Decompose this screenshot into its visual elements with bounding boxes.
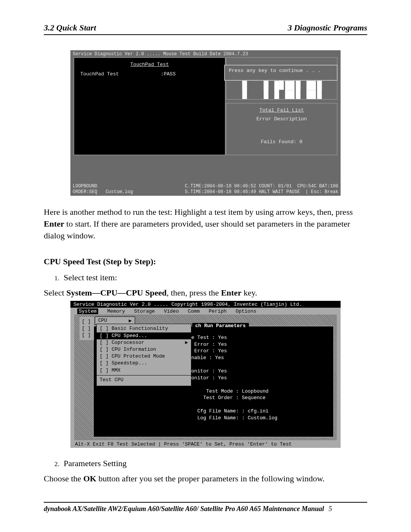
paragraph-1: Here is another method to run the test: … [44, 206, 367, 241]
menu-video: Video [164, 308, 179, 314]
touchpad-panel: TouchPad Test TouchPad Test :PASS [73, 57, 226, 155]
step-1: 1. Select test item: [54, 273, 367, 283]
step2-text: Parameters Setting [64, 459, 127, 468]
menu-memory: Memory [107, 308, 125, 314]
sel-c: , then, press the [167, 288, 221, 297]
s1-titlebar: Service Diagnostic Ver 2.0 ..... Mouse T… [70, 50, 341, 58]
submenu-basic: [ ] Basic Functionality [100, 325, 188, 332]
cpu-menu-screenshot: Service Diagnostic Ver 2.0 ..... Copyrig… [70, 301, 341, 448]
menu-system: System [77, 308, 98, 314]
fail-list-panel: Total Fail List Error Description Fails … [226, 103, 338, 155]
menu-periph: Periph [209, 308, 227, 314]
cpu-speed-heading: CPU Speed Test (Step by Step): [44, 257, 367, 267]
step2-num: 2. [54, 460, 59, 468]
s1-foot-l2-right: S.TIME:2004-08-18 08:46:49 HALT WAIT PAU… [185, 189, 338, 195]
side-checkboxes: [ ] [ ] [ ] [80, 317, 94, 340]
cpu-submenu: [ ] Basic Functionality [ ] CPU Speed...… [96, 324, 191, 386]
closing-paragraph: Choose the OK button after you set the p… [44, 474, 367, 484]
touchpad-title: TouchPad Test [80, 62, 219, 67]
cpu-label: CPU [98, 318, 107, 323]
touchpad-item: TouchPad Test [80, 71, 119, 77]
page-number: 5 [328, 505, 332, 513]
header-left: 3.2 Quick Start [44, 23, 96, 33]
s1-foot-l2-left: ORDER:SEQ Custom.log [73, 189, 133, 195]
continue-popup: Press any key to continue . . . [224, 65, 338, 81]
header-right: 3 Diagnostic Programs [288, 23, 367, 33]
submenu-protected: [ ] CPU Protected Mode [100, 353, 188, 360]
touchpad-status: :PASS [161, 71, 175, 77]
fail-headers: Error Description [231, 116, 332, 122]
p1-a: Here is another method to run the test: … [44, 207, 353, 217]
chevron-right-icon: ▶ [185, 339, 188, 346]
submenu-coprocessor: [ ] Coprocessor▶ [100, 339, 188, 346]
submenu-cpu-info: [ ] CPU Information [100, 346, 188, 353]
s1-status-bar: LOOPBOUND C.TIME:2004-08-18 08:46:52 COU… [73, 182, 338, 196]
closing-c: button after you set the proper paramete… [96, 474, 325, 483]
step1-num: 1. [54, 275, 59, 282]
step1-text: Select test item: [64, 273, 117, 282]
s1-foot-l1-right: C.TIME:2004-08-18 08:46:52 COUNT: 01/01 … [185, 184, 338, 189]
menu-options: Options [236, 308, 256, 314]
chevron-right-icon: ▶ [129, 318, 132, 324]
submenu-caption: Test CPU [100, 377, 188, 383]
params-text: ve Test : Yes n Error : Yes n Error : Ye… [188, 334, 277, 421]
closing-ok: OK [83, 474, 96, 483]
menu-storage: Storage [134, 308, 155, 314]
s2-footer: Alt-X Exit F8 Test Selected | Press 'SPA… [73, 441, 338, 447]
params-title: ch Run Parameters [192, 323, 249, 329]
fail-title: Total Fail List [231, 107, 332, 113]
select-line: Select System—CPU—CPU Speed, then, press… [44, 288, 367, 298]
p1-c: to start. If there are parameters provid… [44, 219, 350, 240]
submenu-speedstep: [ ] Speedstep... [100, 360, 188, 367]
submenu-cpu-speed: [ ] CPU Speed... [97, 332, 191, 339]
s2-menubar: System Memory Storage Video Comm Periph … [70, 308, 341, 315]
page-header: 3.2 Quick Start 3 Diagnostic Programs [44, 23, 367, 35]
sel-enter: Enter [221, 288, 242, 297]
footer-title: dynabook AX/Satellite AW2/Equium A60/Sat… [44, 505, 324, 513]
p1-enter: Enter [44, 219, 64, 228]
step-2: 2. Parameters Setting [54, 459, 367, 468]
s2-titlebar: Service Diagnostic Ver 2.0 ..... Copyrig… [70, 301, 341, 308]
fail-count: Fails Found: 0 [231, 139, 332, 145]
sel-e: key. [241, 288, 257, 297]
page-footer: dynabook AX/Satellite AW2/Equium A60/Sat… [44, 502, 367, 513]
closing-a: Choose the [44, 474, 83, 483]
sel-path: System—CPU—CPU Speed [66, 288, 166, 297]
submenu-separator [97, 375, 191, 375]
submenu-mmx: [ ] MMX [100, 367, 188, 374]
touchpad-test-screenshot: Service Diagnostic Ver 2.0 ..... Mouse T… [70, 50, 341, 196]
popup-text: Press any key to continue . . . [229, 68, 321, 73]
sel-a: Select [44, 288, 66, 297]
s1-foot-l1-left: LOOPBOUND [73, 184, 97, 189]
s2-body: ch Run Parameters ve Test : Yes n Error … [74, 315, 337, 440]
pass-display: Press any key to continue . . . ▛▘▛▜▄▖▄▖… [226, 57, 338, 100]
menu-comm: Comm [188, 308, 200, 314]
